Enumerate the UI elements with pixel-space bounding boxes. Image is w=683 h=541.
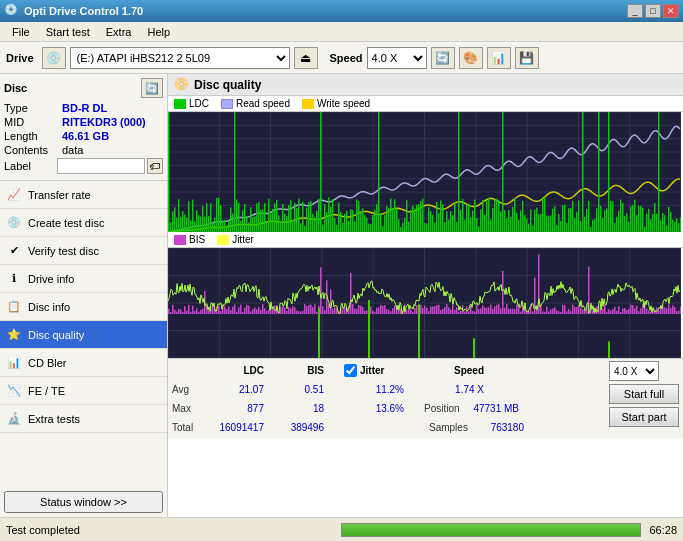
label-icon-button[interactable]: 🏷 [147,158,163,174]
sidebar-item-create-test-disc[interactable]: 💿 Create test disc [0,209,167,237]
avg-speed: 1.74 X [424,384,484,395]
bis-header: BIS [264,365,324,376]
bottom-chart-canvas [168,248,681,358]
total-ldc: 16091417 [204,422,264,433]
bis-legend-box [174,235,186,245]
position-label: Position [424,403,456,414]
menu-start-test[interactable]: Start test [38,24,98,40]
sidebar-item-cd-bler[interactable]: 📊 CD Bler [0,349,167,377]
total-label: Total [172,422,204,433]
mid-value: RITEKDR3 (000) [62,116,146,128]
create-test-disc-icon: 💿 [6,215,22,231]
disc-quality-header-icon: 📀 [174,77,190,93]
disc-refresh-button[interactable]: 🔄 [141,78,163,98]
jitter-legend-label: Jitter [232,234,254,245]
menu-extra[interactable]: Extra [98,24,140,40]
start-part-button[interactable]: Start part [609,407,679,427]
length-label: Length [4,130,62,142]
main-layout: Disc 🔄 Type BD-R DL MID RITEKDR3 (000) L… [0,74,683,517]
stats-header-row: LDC BIS Jitter Speed [172,361,524,379]
disc-quality-icon: ⭐ [6,327,22,343]
speed-label: Speed [330,52,363,64]
fe-te-icon: 📉 [6,383,22,399]
write-speed-legend-box [302,99,314,109]
sidebar-item-disc-quality[interactable]: ⭐ Disc quality [0,321,167,349]
sidebar-item-extra-tests[interactable]: 🔬 Extra tests [0,405,167,433]
stats-avg-row: Avg 21.07 0.51 11.2% 1.74 X [172,380,524,398]
drive-info-icon: ℹ [6,271,22,287]
bottom-legend: BIS Jitter [168,232,683,248]
legend-read-speed: Read speed [221,98,290,109]
eject-button[interactable]: ⏏ [294,47,318,69]
sidebar-item-verify-test-disc[interactable]: ✔ Verify test disc [0,237,167,265]
extra-tests-icon: 🔬 [6,411,22,427]
label-label: Label [4,160,57,172]
menu-bar: File Start test Extra Help [0,22,683,42]
type-label: Type [4,102,62,114]
status-bar: Test completed 66:28 [0,517,683,541]
title-bar: 💿 Opti Drive Control 1.70 _ □ ✕ [0,0,683,22]
disc-quality-title: Disc quality [194,78,261,92]
cd-bler-icon: 📊 [6,355,22,371]
bottom-chart-wrapper [168,248,683,358]
drive-select[interactable]: (E:) ATAPI iHBS212 2 5L09 [70,47,290,69]
top-legend: LDC Read speed Write speed [168,96,683,112]
nav-list: 📈 Transfer rate 💿 Create test disc ✔ Ver… [0,181,167,433]
avg-ldc: 21.07 [204,384,264,395]
ldc-legend-box [174,99,186,109]
sidebar-item-disc-info[interactable]: 📋 Disc info [0,293,167,321]
contents-label: Contents [4,144,62,156]
legend-ldc: LDC [174,98,209,109]
speed-dropdown[interactable]: 4.0 X [609,361,659,381]
avg-bis: 0.51 [264,384,324,395]
speed-select[interactable]: 4.0 X [367,47,427,69]
minimize-button[interactable]: _ [627,4,643,18]
save-button[interactable]: 💾 [515,47,539,69]
disc-quality-header: 📀 Disc quality [168,74,683,96]
status-window-button[interactable]: Status window >> [4,491,163,513]
write-speed-legend-label: Write speed [317,98,370,109]
legend-bis: BIS [174,234,205,245]
total-bis: 389496 [264,422,324,433]
disc-panel: Disc 🔄 Type BD-R DL MID RITEKDR3 (000) L… [0,74,167,181]
type-value: BD-R DL [62,102,107,114]
stats-section: LDC BIS Jitter Speed Avg 21.07 0.51 11.2… [168,358,683,438]
maximize-button[interactable]: □ [645,4,661,18]
stats-total-row: Total 16091417 389496 Samples 763180 [172,418,524,436]
transfer-rate-icon: 📈 [6,187,22,203]
progress-fill [342,524,640,536]
ldc-header: LDC [204,365,264,376]
verify-test-disc-icon: ✔ [6,243,22,259]
samples-value: 763180 [464,422,524,433]
max-bis: 18 [264,403,324,414]
buttons-col: 4.0 X Start full Start part [609,361,679,436]
close-button[interactable]: ✕ [663,4,679,18]
status-time: 66:28 [649,524,677,536]
bis-legend-label: BIS [189,234,205,245]
color-button[interactable]: 🎨 [459,47,483,69]
contents-value: data [62,144,83,156]
sidebar-item-transfer-rate[interactable]: 📈 Transfer rate [0,181,167,209]
jitter-header: Jitter [344,364,404,377]
label-input[interactable] [57,158,145,174]
legend-write-speed: Write speed [302,98,370,109]
speed-header: Speed [424,365,484,376]
read-speed-legend-label: Read speed [236,98,290,109]
drive-icon-button[interactable]: 💿 [42,47,66,69]
menu-help[interactable]: Help [139,24,178,40]
jitter-legend-box [217,235,229,245]
top-chart-wrapper [168,112,683,232]
refresh-button[interactable]: 🔄 [431,47,455,69]
menu-file[interactable]: File [4,24,38,40]
progress-bar [341,523,641,537]
start-full-button[interactable]: Start full [609,384,679,404]
sidebar: Disc 🔄 Type BD-R DL MID RITEKDR3 (000) L… [0,74,168,517]
chart-button[interactable]: 📊 [487,47,511,69]
max-label: Max [172,403,204,414]
sidebar-item-drive-info[interactable]: ℹ Drive info [0,265,167,293]
length-value: 46.61 GB [62,130,109,142]
avg-label: Avg [172,384,204,395]
jitter-checkbox[interactable] [344,364,357,377]
sidebar-item-fe-te[interactable]: 📉 FE / TE [0,377,167,405]
app-icon: 💿 [4,3,20,19]
